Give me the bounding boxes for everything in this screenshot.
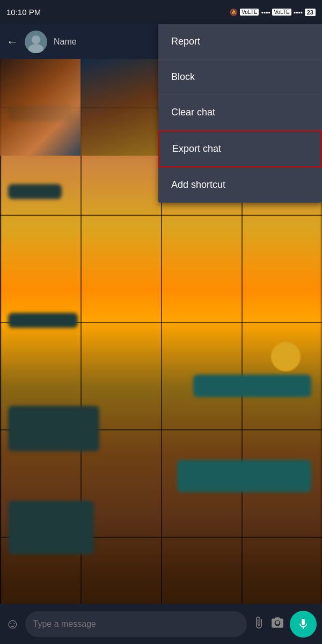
message-input[interactable] [33,619,239,629]
signal-icon1: ▪▪▪▪ [261,9,270,16]
network-icon2: VoLTE [272,9,291,16]
chat-header: ← Name [0,24,161,59]
dropdown-menu: Report Block Clear chat Export chat Add … [158,24,322,203]
message-row-4 [5,202,317,310]
emoji-button[interactable]: ☺ [5,616,20,632]
received-bubble-4 [8,406,99,451]
sent-bubble-3 [177,460,311,492]
svg-point-1 [32,35,40,44]
message-row-5 [5,310,317,331]
avatar[interactable] [25,31,47,53]
app: 10:10 PM 🔕 VoLTE ▪▪▪▪ VoLTE ▪▪▪▪ 23 ← Na… [0,0,322,644]
menu-item-add-shortcut[interactable]: Add shortcut [158,167,322,203]
mute-icon: 🔕 [230,9,238,16]
contact-name[interactable]: Name [54,37,77,47]
signal-icon2: ▪▪▪▪ [294,9,303,16]
menu-item-report[interactable]: Report [158,24,322,60]
received-bubble-2 [8,184,62,199]
received-bubble-5 [8,501,94,554]
message-row-6 [5,331,317,400]
input-bar: ☺ [0,604,322,644]
received-bubble-3 [8,313,78,328]
message-row-9 [5,495,317,558]
top-images [0,59,161,156]
menu-item-export-chat[interactable]: Export chat [158,130,322,167]
message-row-8 [5,455,317,495]
message-row-7 [5,400,317,455]
thumbnail-1 [0,59,80,156]
status-time: 10:10 PM [6,8,41,17]
network-icon1: VoLTE [240,9,259,16]
menu-item-block[interactable]: Block [158,60,322,95]
mic-button[interactable] [290,611,317,638]
camera-button[interactable] [270,616,284,633]
attach-button[interactable] [252,616,265,632]
thumbnail-2 [80,59,161,156]
message-input-container[interactable] [25,611,247,637]
battery-icon: 23 [305,9,316,16]
status-bar: 10:10 PM 🔕 VoLTE ▪▪▪▪ VoLTE ▪▪▪▪ 23 [0,0,322,24]
menu-item-clear-chat[interactable]: Clear chat [158,95,322,130]
back-button[interactable]: ← [6,35,18,49]
sent-bubble-2 [193,375,311,397]
status-icons: 🔕 VoLTE ▪▪▪▪ VoLTE ▪▪▪▪ 23 [230,9,316,16]
